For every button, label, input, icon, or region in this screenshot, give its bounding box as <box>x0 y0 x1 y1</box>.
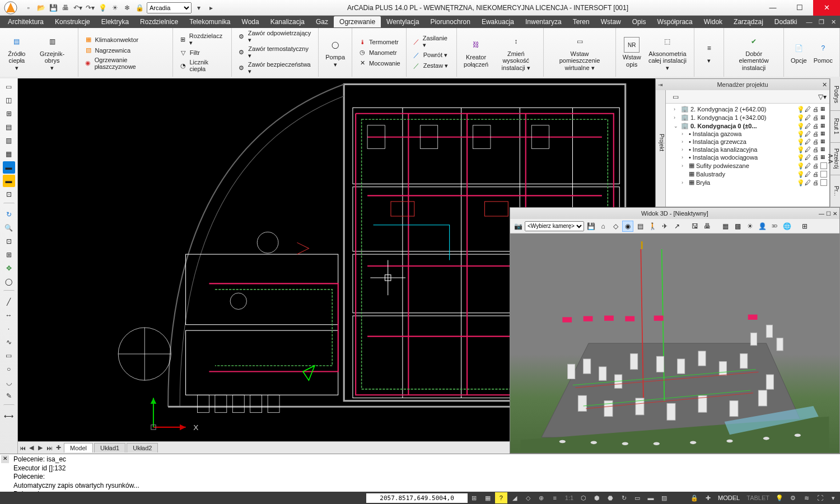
menu-piorunochron[interactable]: Piorunochron <box>425 16 476 27</box>
pin-icon[interactable]: ⇥ <box>658 82 662 88</box>
command-line[interactable]: ✕ Polecenie: isa_ec Executor id []:132 P… <box>0 454 840 492</box>
pm-tree-node[interactable]: ›•Instalacja wodociągowa💡🖊🖨▦ <box>666 153 829 161</box>
menu-inwentaryzacja[interactable]: Inwentaryza <box>520 16 567 27</box>
ribbon-zrodlo-ciepla[interactable]: ▤Źródło ciepła ▾ <box>3 34 30 71</box>
ribbon-termometr[interactable]: 🌡Termometr <box>356 37 403 47</box>
workspace-select[interactable]: Arcadia <box>147 2 192 13</box>
v3d-fly-icon[interactable]: ✈ <box>659 221 670 232</box>
ribbon-nagrzewnica[interactable]: ▧Nagrzewnica <box>82 45 169 55</box>
maximize-button[interactable]: ☐ <box>786 0 813 16</box>
tab-uklad2[interactable]: Układ2 <box>127 443 158 452</box>
qat-undo-icon[interactable]: ↶▾ <box>73 3 83 13</box>
sb-lwt-icon[interactable]: ≡ <box>549 492 561 503</box>
sb-polar-icon[interactable]: ◢ <box>508 492 521 503</box>
sb-expand-icon[interactable]: ⛶ <box>814 492 826 503</box>
v3d-home-icon[interactable]: ⌂ <box>598 221 609 232</box>
menu-teren[interactable]: Teren <box>567 16 595 27</box>
menu-zarzadzaj[interactable]: Zarządzaj <box>728 16 769 27</box>
v3d-3d-icon[interactable]: 3D <box>769 221 780 232</box>
sb-ortho-icon[interactable]: ? <box>495 492 507 503</box>
lt-orbit-icon[interactable]: ◯ <box>3 276 15 288</box>
sb-dyn-icon[interactable]: ▬ <box>645 492 657 503</box>
lt-layout1[interactable]: ▭ <box>3 81 15 93</box>
ribbon-klimakonwektor[interactable]: ▦Klimakonwektor <box>82 35 169 45</box>
menu-konstrukcje[interactable]: Konstrukcje <box>49 16 96 27</box>
v3d-sun-icon[interactable]: ☀ <box>744 221 755 232</box>
qat-sun-icon[interactable]: ☀ <box>110 3 120 13</box>
side-tab-przekroj[interactable]: Przekrój A-A <box>830 143 840 175</box>
view3d-header[interactable]: Widok 3D - [Nieaktywny] —☐✕ <box>510 208 839 219</box>
pm-tree-node[interactable]: ▦Balustrady💡🖊🖨 <box>666 170 829 178</box>
menu-gaz[interactable]: Gaz <box>310 16 334 27</box>
sb-otrack-icon[interactable]: ⊕ <box>535 492 548 503</box>
sb-iso2-icon[interactable]: ⬢ <box>591 492 603 503</box>
qat-new-icon[interactable]: ▫ <box>24 3 34 13</box>
qat-more-icon[interactable]: ▾ <box>194 3 204 13</box>
sb-scale[interactable]: 1:1 <box>562 494 577 501</box>
v3d-print-icon[interactable]: 🖶 <box>702 221 713 232</box>
pm-tree[interactable]: ›🏢2. Kondygnacja 2 (+642.00)💡🖊🖨▦›🏢1. Kon… <box>666 104 829 207</box>
pm-header[interactable]: ⇥ Menadżer projektu ✕ <box>656 79 829 90</box>
qat-lock-icon[interactable]: 🔒 <box>134 3 144 13</box>
menu-ogrzewanie[interactable]: Ogrzewanie <box>334 16 381 27</box>
qat-play-icon[interactable]: ▸ <box>206 3 216 13</box>
v3d-grid-icon[interactable]: ⊞ <box>799 221 810 232</box>
mdi-minimize[interactable]: — <box>802 18 815 25</box>
lt-circle-icon[interactable]: ○ <box>3 363 15 375</box>
v3d-globe-icon[interactable]: 🌐 <box>781 221 792 232</box>
sb-iso-icon[interactable]: ⬡ <box>577 492 590 503</box>
sb-tablet[interactable]: TABLET <box>743 494 773 501</box>
tab-uklad1[interactable]: Układ1 <box>94 443 125 452</box>
menu-wentylacja[interactable]: Wentylacja <box>381 16 424 27</box>
sb-model[interactable]: MODEL <box>715 494 743 501</box>
lt-layout4[interactable]: ▤ <box>3 121 15 133</box>
ribbon-powrot[interactable]: ／Powrót ▾ <box>410 50 453 60</box>
ribbon-filtr[interactable]: ▽Filtr <box>176 48 228 58</box>
menu-wstaw[interactable]: Wstaw <box>595 16 627 27</box>
sb-lock-icon[interactable]: 🔒 <box>688 492 701 503</box>
ribbon-zawor-termostatyczny[interactable]: ⚙Zawór termostatyczny ▾ <box>235 45 315 60</box>
v3d-style2-icon[interactable]: ▩ <box>732 221 743 232</box>
ribbon-zestaw[interactable]: ／Zestaw ▾ <box>410 60 453 71</box>
ribbon-kreator-polaczen[interactable]: ⛓Kreator połączeń <box>460 37 492 67</box>
pm-tree-node[interactable]: ›▦Bryła💡🖊🖨 <box>666 178 829 186</box>
menu-wspolpraca[interactable]: Współpraca <box>651 16 698 27</box>
lt-layout3[interactable]: ⊞ <box>3 108 15 120</box>
pm-tree-node[interactable]: ›🏢2. Kondygnacja 2 (+642.00)💡🖊🖨▦ <box>666 105 829 113</box>
qat-snow-icon[interactable]: ❄ <box>122 3 132 13</box>
v3d-measure-icon[interactable]: ↗ <box>671 221 683 232</box>
side-tab-rzut1[interactable]: Rzut 1 <box>830 111 840 143</box>
pm-projekt-tab[interactable]: Projekt <box>656 79 666 207</box>
v3d-person-icon[interactable]: 👤 <box>757 221 768 232</box>
view3d-min[interactable]: — <box>819 211 824 217</box>
lt-zoom-window-icon[interactable]: ⊡ <box>3 235 15 248</box>
sb-cycle-icon[interactable]: ↻ <box>618 492 630 503</box>
ribbon-mocowanie[interactable]: ✕Mocowanie <box>356 58 403 68</box>
tab-prev[interactable]: ◀ <box>27 444 36 451</box>
ribbon-ogrzewanie-plaszczyznowe[interactable]: ◉Ogrzewanie płaszczyznowe <box>82 56 169 71</box>
ribbon-zawor-odpowietrzajacy[interactable]: ⚙Zawór odpowietrzający ▾ <box>235 29 315 44</box>
close-button[interactable]: ✕ <box>813 0 840 16</box>
pm-tree-node[interactable]: ›•Instalacja gazowa💡🖊🖨▦ <box>666 130 829 138</box>
lt-line-icon[interactable]: ╱ <box>3 296 15 308</box>
ribbon-rozdzielacz[interactable]: ⊞Rozdzielacz ▾ <box>176 32 228 47</box>
sb-grid-icon[interactable]: ▦ <box>482 492 494 503</box>
ribbon-zmien-wysokosc[interactable]: ↕Zmień wysokość instalacji ▾ <box>492 34 540 71</box>
v3d-walk-icon[interactable]: 🚶 <box>647 221 658 232</box>
sb-gear-icon[interactable]: ⚙ <box>787 492 799 503</box>
qat-redo-icon[interactable]: ↷▾ <box>85 3 95 13</box>
tab-model[interactable]: Model <box>64 443 93 452</box>
menu-kanalizacja[interactable]: Kanalizacja <box>265 16 310 27</box>
sb-menu-icon[interactable]: ▾ <box>827 492 839 503</box>
sb-bulb-icon[interactable]: 💡 <box>773 492 786 503</box>
v3d-cube-icon[interactable]: ◇ <box>610 221 621 232</box>
pm-tree-node[interactable]: ›▦Sufity podwieszane💡🖊🖨 <box>666 161 829 170</box>
lt-pan-icon[interactable]: ✥ <box>3 262 15 274</box>
menu-telekomunikacja[interactable]: Telekomunika <box>184 16 236 27</box>
ribbon-zasilanie[interactable]: ／Zasilanie ▾ <box>410 34 453 49</box>
menu-dodatki[interactable]: Dodatki <box>769 16 803 27</box>
ribbon-pomoc[interactable]: ?Pomoc <box>810 40 836 64</box>
menu-architektura[interactable]: Architektura <box>2 16 49 27</box>
cmd-close-icon[interactable]: ✕ <box>1 455 9 463</box>
ribbon-opcje[interactable]: 📄Opcje <box>787 40 810 64</box>
